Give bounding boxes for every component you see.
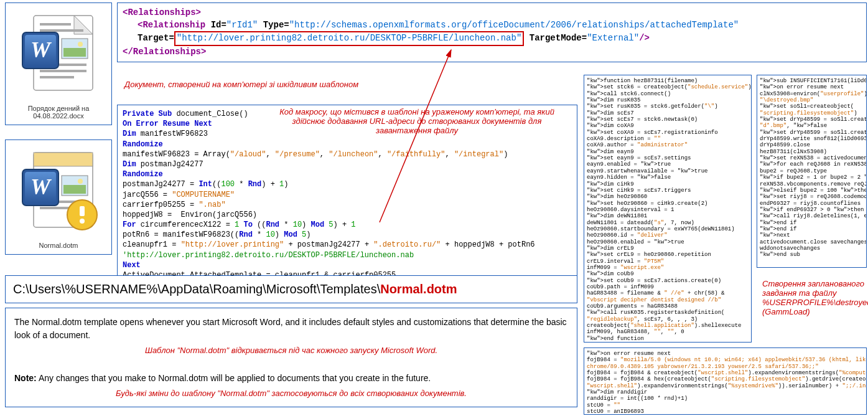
malicious-url: "http://lover.printing82.detroito.ru/DES…	[174, 31, 525, 46]
xml-close-tag: </Relationships>	[123, 47, 206, 57]
svg-rect-7	[40, 70, 86, 72]
svg-rect-25	[80, 206, 85, 216]
code-useragent: "kw">on error resume next fojB984 = "moz…	[584, 347, 867, 415]
word-template-icon: W	[15, 148, 102, 235]
svg-rect-2	[40, 29, 83, 32]
code-scheduler: "kw">function hezB87311(filename) "kw">s…	[584, 75, 752, 343]
macro-caption: Код макросу, що містився в шаблоні на ур…	[264, 107, 569, 135]
svg-point-5	[78, 42, 83, 47]
code-insufficient: "kw">sub INSUFFICIENT17161(liDd0693) "kw…	[757, 75, 867, 268]
svg-text:W: W	[30, 174, 52, 199]
svg-rect-15	[63, 185, 86, 194]
any-changes-caption: Будь-які зміни до шаблону "Normal.dotm" …	[14, 387, 568, 400]
doc-filename: Порядок денний на 04.08.2022.docx	[8, 105, 109, 120]
svg-point-16	[78, 179, 83, 184]
task-caption: Створення запланованого завдання та файл…	[762, 279, 867, 316]
svg-point-26	[80, 219, 85, 224]
word-doc-icon: W	[15, 11, 102, 98]
svg-rect-8	[40, 76, 74, 78]
doc-created-caption: Документ, створений на комп'ютері зі шкі…	[124, 80, 358, 89]
xml-rel-tag: <Relationship	[138, 20, 205, 30]
svg-rect-1	[40, 23, 71, 26]
info-line1: The Normal.dotm template opens whenever …	[14, 316, 568, 342]
svg-rect-4	[63, 48, 86, 57]
svg-rect-13	[34, 153, 93, 166]
svg-text:W: W	[30, 37, 52, 62]
template-icon-panel: W Normal.dotm	[5, 139, 112, 255]
xml-relationships: <Relationships> <Relationship Id="rId1" …	[117, 2, 867, 62]
normal-dotm-info: The Normal.dotm template opens whenever …	[5, 308, 577, 407]
template-filename: Normal.dotm	[8, 242, 109, 249]
normal-dotm-highlight: Normal.dotm	[380, 282, 457, 296]
normal-opens-caption: Шаблон "Normal.dotm" відкривається під ч…	[14, 344, 568, 357]
template-path: C:\Users\%USERNAME%\AppData\Roaming\Micr…	[5, 275, 577, 303]
doc-icon-panel: W Порядок денний на 04.08.2022.docx	[5, 2, 112, 125]
xml-open-tag: <Relationships>	[123, 7, 201, 17]
